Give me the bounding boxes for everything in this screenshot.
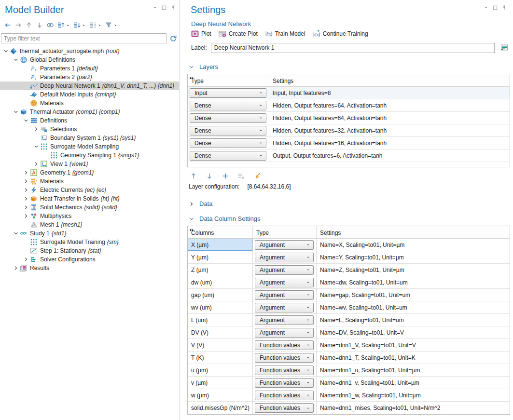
table-corner-icon[interactable] bbox=[189, 75, 194, 82]
model-tree-filter-button[interactable] bbox=[104, 20, 119, 30]
tree-item[interactable]: Solid Mechanics(solid) {solid} bbox=[0, 203, 179, 212]
dcs-column-cell[interactable]: DV (V) bbox=[188, 326, 253, 339]
dcs-settings-cell[interactable]: Name=L, Scaling=to01, Unit=um bbox=[317, 314, 510, 326]
dcs-settings-cell[interactable]: Name=DV, Scaling=to01, Unit=V bbox=[317, 326, 510, 339]
show-options-button[interactable] bbox=[499, 42, 510, 53]
refresh-icon[interactable] bbox=[169, 35, 177, 42]
tree-item[interactable]: Surrogate Model Sampling bbox=[0, 142, 179, 151]
move-up-button[interactable] bbox=[189, 171, 198, 181]
dropdown-caret-icon[interactable] bbox=[97, 23, 102, 27]
tree-item[interactable]: Multiphysics bbox=[0, 212, 179, 220]
filter-input[interactable] bbox=[1, 33, 166, 43]
tree-item[interactable]: Surrogate Model Training{sm} bbox=[0, 238, 179, 246]
dcs-settings-cell[interactable]: Name=dnn1_mises, Scaling=to01, Unit=N/m^… bbox=[317, 402, 510, 414]
tree-item[interactable]: Electric Currents(ec) {ec} bbox=[0, 186, 179, 194]
plot-button[interactable]: Plot bbox=[191, 30, 211, 38]
dcs-type-dropdown[interactable]: Argument bbox=[255, 315, 314, 325]
layer-type-dropdown[interactable]: Dense bbox=[190, 101, 266, 110]
chevron-down-icon[interactable] bbox=[12, 230, 20, 236]
train-model-button[interactable]: f(x)Train Model bbox=[265, 30, 305, 38]
dcs-column-cell[interactable]: solid.misesGp (N/m^2) bbox=[188, 402, 253, 414]
continue-training-button[interactable]: f(x)Continue Training bbox=[313, 30, 368, 38]
tree-item[interactable]: Geometry 1{geom1} bbox=[0, 168, 179, 177]
tree-item[interactable]: View 1{view1} bbox=[0, 160, 179, 168]
chevron-right-icon[interactable] bbox=[22, 257, 30, 262]
move-down-button[interactable] bbox=[205, 171, 214, 181]
dcs-type-dropdown[interactable]: Function values bbox=[255, 378, 314, 388]
label-input[interactable] bbox=[211, 43, 495, 53]
chevron-right-icon[interactable] bbox=[32, 161, 40, 167]
dcs-type-dropdown[interactable]: Argument bbox=[255, 328, 314, 338]
layer-type-dropdown[interactable]: Dense bbox=[190, 151, 266, 161]
tree-item[interactable]: Thermal Actuator(comp1) {comp1} bbox=[0, 108, 179, 116]
chevron-down-icon[interactable] bbox=[12, 57, 20, 63]
chevron-right-icon[interactable] bbox=[22, 213, 30, 219]
move-up-button[interactable] bbox=[24, 20, 34, 30]
chevron-down-icon[interactable] bbox=[22, 118, 30, 123]
show-button[interactable] bbox=[45, 20, 55, 30]
settings-subtitle[interactable]: Deep Neural Network bbox=[191, 20, 510, 27]
tree-item[interactable]: Solver Configurations bbox=[0, 255, 179, 264]
tree-item[interactable]: Mesh 1{mesh1} bbox=[0, 220, 179, 229]
chevron-right-icon[interactable] bbox=[22, 187, 30, 193]
tree-item[interactable]: Study 1{std1} bbox=[0, 229, 179, 238]
table-corner-icon[interactable] bbox=[189, 227, 194, 234]
move-down-button[interactable] bbox=[35, 20, 44, 30]
dcs-type-dropdown[interactable]: Argument bbox=[255, 290, 314, 300]
chevron-right-icon[interactable] bbox=[22, 170, 30, 176]
tree-item[interactable]: Geometry Sampling 1{smgs1} bbox=[0, 151, 179, 160]
tree-item[interactable]: Results bbox=[0, 264, 179, 272]
chevron-right-icon[interactable] bbox=[32, 126, 40, 132]
chevron-right-icon[interactable] bbox=[22, 196, 30, 202]
dcs-column-cell[interactable]: X (µm) bbox=[188, 239, 253, 251]
dcs-type-dropdown[interactable]: Argument bbox=[255, 265, 314, 275]
tree-item[interactable]: Definitions bbox=[0, 116, 179, 125]
section-layers[interactable]: Layers bbox=[187, 59, 510, 74]
dcs-column-cell[interactable]: Z (µm) bbox=[188, 264, 253, 276]
layer-settings-cell[interactable]: Output, Output features=6, Activation=ta… bbox=[269, 149, 510, 162]
dcs-column-cell[interactable]: L (um) bbox=[188, 314, 253, 326]
tree-item[interactable]: Selections bbox=[0, 125, 179, 134]
create-plot-button[interactable]: Create Plot bbox=[219, 30, 258, 38]
chevron-down-icon[interactable] bbox=[32, 144, 40, 149]
layer-type-dropdown[interactable]: Dense bbox=[190, 113, 266, 123]
tree-item[interactable]: Boundary System 1(sys1) {sys1} bbox=[0, 134, 179, 142]
dcs-type-dropdown[interactable]: Argument bbox=[255, 303, 314, 312]
dropdown-caret-icon[interactable] bbox=[65, 23, 70, 27]
layer-settings-cell[interactable]: Input, Input features=8 bbox=[269, 87, 510, 99]
dcs-type-dropdown[interactable]: Function values bbox=[255, 403, 314, 413]
float-icon[interactable] bbox=[492, 5, 498, 11]
clear-table-button[interactable] bbox=[252, 171, 262, 181]
tree-item[interactable]: Heat Transfer in Solids(ht) {ht} bbox=[0, 194, 179, 203]
chevron-right-icon[interactable] bbox=[12, 265, 20, 271]
tree-item[interactable]: Materials bbox=[0, 99, 179, 108]
dcs-settings-cell[interactable]: Name=Y, Scaling=to01, Unit=µm bbox=[317, 251, 510, 263]
dcs-column-cell[interactable]: v (µm) bbox=[188, 377, 253, 389]
dcs-column-cell[interactable]: u (µm) bbox=[188, 364, 253, 376]
layer-settings-cell[interactable]: Hidden, Output features=64, Activation=t… bbox=[269, 99, 510, 111]
tree-item[interactable]: PiParameters 1{default} bbox=[0, 64, 179, 73]
add-button[interactable] bbox=[221, 171, 230, 181]
dcs-settings-cell[interactable]: Name=dnn1_w, Scaling=to01, Unit=µm bbox=[317, 389, 510, 401]
dcs-column-cell[interactable]: T (K) bbox=[188, 352, 253, 364]
dcs-column-cell[interactable]: gap (um) bbox=[188, 289, 253, 301]
dcs-type-dropdown[interactable]: Function values bbox=[255, 366, 314, 375]
chevron-down-icon[interactable] bbox=[2, 48, 10, 54]
panel-menu-icon[interactable] bbox=[152, 5, 158, 11]
dcs-settings-cell[interactable]: Name=gap, Scaling=to01, Unit=um bbox=[317, 289, 510, 301]
expand-down-button[interactable] bbox=[72, 20, 87, 30]
forward-button[interactable] bbox=[14, 20, 23, 30]
dcs-type-dropdown[interactable]: Argument bbox=[255, 278, 314, 287]
dropdown-caret-icon[interactable] bbox=[113, 23, 118, 27]
chevron-right-icon[interactable] bbox=[22, 178, 30, 184]
tree-item[interactable]: Materials bbox=[0, 177, 179, 186]
layer-settings-cell[interactable]: Hidden, Output features=64, Activation=t… bbox=[269, 112, 510, 124]
float-icon[interactable] bbox=[161, 5, 167, 11]
dcs-settings-cell[interactable]: Name=dnn1_u, Scaling=to01, Unit=µm bbox=[317, 364, 510, 376]
layer-settings-cell[interactable]: Hidden, Output features=16, Activation=t… bbox=[269, 137, 510, 149]
dcs-settings-cell[interactable]: Name=Z, Scaling=to01, Unit=µm bbox=[317, 264, 510, 276]
pin-icon[interactable] bbox=[501, 5, 507, 11]
tree-item[interactable]: PiParameters 2{par2} bbox=[0, 73, 179, 81]
dcs-column-cell[interactable]: w (µm) bbox=[188, 389, 253, 401]
dcs-settings-cell[interactable]: Name=dnn1_T, Scaling=to01, Unit=K bbox=[317, 352, 510, 364]
